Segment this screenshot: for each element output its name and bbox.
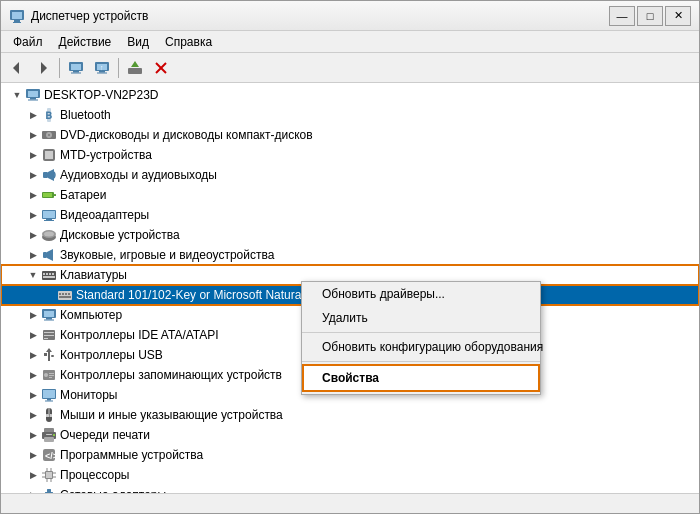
expand-bluetooth[interactable]: ▶: [25, 107, 41, 123]
video-icon: [41, 207, 57, 223]
svg-rect-66: [44, 353, 47, 356]
svg-rect-49: [43, 276, 55, 278]
expand-network[interactable]: ▶: [25, 487, 41, 493]
tree-item-disk[interactable]: ▶ Дисковые устройства: [1, 225, 699, 245]
svg-rect-72: [49, 377, 52, 378]
battery-icon: [41, 187, 57, 203]
expand-ide[interactable]: ▶: [25, 327, 41, 343]
svg-text:ʙ: ʙ: [45, 108, 52, 122]
remove-device-button[interactable]: [149, 56, 173, 80]
bluetooth-label: Bluetooth: [60, 108, 111, 122]
status-bar: [1, 493, 699, 513]
expand-usb[interactable]: ▶: [25, 347, 41, 363]
expand-print[interactable]: ▶: [25, 427, 41, 443]
mtd-icon: [41, 147, 57, 163]
menu-help[interactable]: Справка: [157, 33, 220, 51]
disk-label: Дисковые устройства: [60, 228, 180, 242]
menu-view[interactable]: Вид: [119, 33, 157, 51]
svg-marker-4: [13, 62, 19, 74]
svg-rect-3: [13, 22, 21, 23]
title-bar: Диспетчер устройств — □ ✕: [1, 1, 699, 31]
close-button[interactable]: ✕: [665, 6, 691, 26]
minimize-button[interactable]: —: [609, 6, 635, 26]
forward-button[interactable]: [31, 56, 55, 80]
svg-point-27: [48, 134, 50, 136]
expand-monitors[interactable]: ▶: [25, 387, 41, 403]
disk-icon: [41, 227, 57, 243]
tree-item-network[interactable]: ▶ Сетевые адаптеры: [1, 485, 699, 493]
monitor-icon: [41, 387, 57, 403]
svg-rect-63: [44, 338, 48, 339]
back-button[interactable]: [5, 56, 29, 80]
ctx-properties[interactable]: Свойства: [302, 364, 540, 392]
svg-rect-50: [58, 291, 72, 300]
tree-item-print[interactable]: ▶ Очереди печати: [1, 425, 699, 445]
svg-rect-51: [59, 293, 61, 295]
expand-keyboards[interactable]: ▼: [25, 267, 41, 283]
computer-tree-icon: [41, 307, 57, 323]
tree-item-dvd[interactable]: ▶ DVD-дисководы и дисководы компакт-диск…: [1, 125, 699, 145]
print-label: Очереди печати: [60, 428, 150, 442]
svg-rect-12: [99, 71, 105, 73]
tree-item-cpu[interactable]: ▶ Процессоры: [1, 465, 699, 485]
update-driver-button[interactable]: [123, 56, 147, 80]
ctx-update-driver[interactable]: Обновить драйверы...: [302, 282, 540, 306]
expand-sound[interactable]: ▶: [25, 247, 41, 263]
tree-item-battery[interactable]: ▶ Батареи: [1, 185, 699, 205]
expand-cpu[interactable]: ▶: [25, 467, 41, 483]
mouse-icon: [41, 407, 57, 423]
tree-item-software[interactable]: ▶ </> Программные устройства: [1, 445, 699, 465]
expand-mice[interactable]: ▶: [25, 407, 41, 423]
svg-rect-48: [52, 273, 54, 275]
tree-item-bluetooth[interactable]: ▶ ʙ Bluetooth: [1, 105, 699, 125]
svg-rect-55: [59, 296, 71, 298]
svg-rect-84: [53, 434, 55, 436]
software-label: Программные устройства: [60, 448, 203, 462]
svg-marker-43: [47, 249, 53, 261]
expand-dvd[interactable]: ▶: [25, 127, 41, 143]
expand-audio[interactable]: ▶: [25, 167, 41, 183]
tree-item-audio[interactable]: ▶ Аудиовходы и аудиовыходы: [1, 165, 699, 185]
ctx-remove[interactable]: Удалить: [302, 306, 540, 330]
scan-button[interactable]: ↑: [90, 56, 114, 80]
svg-rect-52: [62, 293, 64, 295]
ide-icon: [41, 327, 57, 343]
dvd-icon: [41, 127, 57, 143]
expand-video[interactable]: ▶: [25, 207, 41, 223]
svg-text:↑: ↑: [100, 64, 104, 71]
svg-rect-78: [46, 414, 49, 417]
svg-rect-59: [44, 320, 54, 321]
svg-rect-54: [68, 293, 70, 295]
tree-item-mtd[interactable]: ▶ MTD-устройства: [1, 145, 699, 165]
tree-item-video[interactable]: ▶ Видеоадаптеры: [1, 205, 699, 225]
expand-computer[interactable]: ▶: [25, 307, 41, 323]
menu-file[interactable]: Файл: [5, 33, 51, 51]
svg-point-41: [44, 232, 54, 237]
usb-label: Контроллеры USB: [60, 348, 163, 362]
computer-icon: [25, 87, 41, 103]
battery-label: Батареи: [60, 188, 106, 202]
menu-action[interactable]: Действие: [51, 33, 120, 51]
expand-battery[interactable]: ▶: [25, 187, 41, 203]
network-label: Сетевые адаптеры: [60, 488, 166, 493]
toolbar: ↑: [1, 53, 699, 83]
computer-view-button[interactable]: [64, 56, 88, 80]
ctx-update-config[interactable]: Обновить конфигурацию оборудования: [302, 335, 540, 359]
svg-rect-47: [49, 273, 51, 275]
tree-root[interactable]: ▼ DESKTOP-VN2P23D: [1, 85, 699, 105]
audio-icon: [41, 167, 57, 183]
expand-disk[interactable]: ▶: [25, 227, 41, 243]
tree-item-sound[interactable]: ▶ Звуковые, игровые и видеоустройства: [1, 245, 699, 265]
mtd-label: MTD-устройства: [60, 148, 152, 162]
maximize-button[interactable]: □: [637, 6, 663, 26]
software-icon: </>: [41, 447, 57, 463]
svg-rect-70: [49, 373, 54, 374]
svg-rect-7: [71, 64, 81, 70]
svg-marker-16: [131, 61, 139, 67]
expand-mtd[interactable]: ▶: [25, 147, 41, 163]
expand-storage[interactable]: ▶: [25, 367, 41, 383]
expand-root[interactable]: ▼: [9, 87, 25, 103]
expand-software[interactable]: ▶: [25, 447, 41, 463]
tree-item-mice[interactable]: ▶ Мыши и иные указывающие устройства: [1, 405, 699, 425]
svg-rect-30: [43, 172, 48, 178]
